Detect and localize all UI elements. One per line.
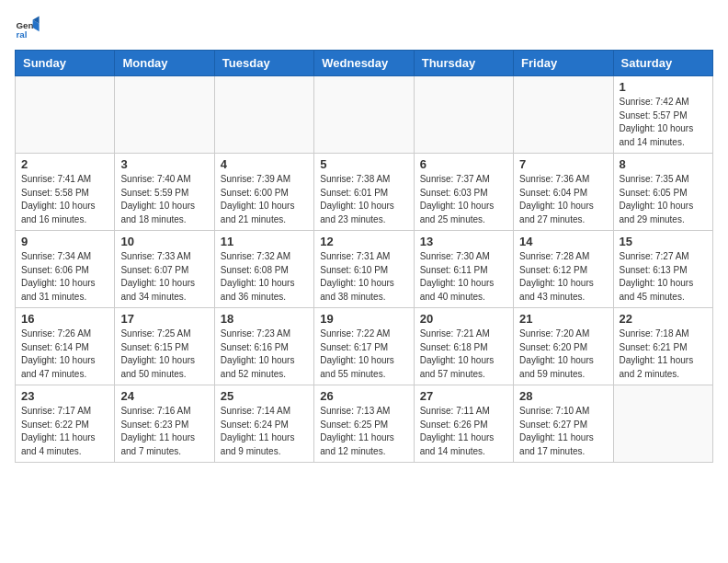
day-number: 4 — [221, 157, 308, 171]
calendar-cell: 7Sunrise: 7:36 AM Sunset: 6:04 PM Daylig… — [514, 154, 613, 231]
day-info: Sunrise: 7:10 AM Sunset: 6:27 PM Dayligh… — [519, 405, 607, 458]
page-header: Gene ral — [15, 15, 713, 40]
calendar-header-monday: Monday — [115, 51, 214, 76]
day-info: Sunrise: 7:27 AM Sunset: 6:13 PM Dayligh… — [620, 250, 707, 304]
day-number: 5 — [320, 157, 407, 171]
day-info: Sunrise: 7:42 AM Sunset: 5:57 PM Dayligh… — [620, 96, 707, 149]
day-number: 26 — [320, 389, 407, 403]
day-number: 11 — [221, 235, 308, 248]
day-info: Sunrise: 7:28 AM Sunset: 6:12 PM Dayligh… — [519, 250, 607, 304]
calendar-header-sunday: Sunday — [16, 51, 115, 76]
svg-text:ral: ral — [16, 29, 27, 40]
day-info: Sunrise: 7:22 AM Sunset: 6:17 PM Dayligh… — [320, 327, 407, 381]
day-info: Sunrise: 7:34 AM Sunset: 6:06 PM Dayligh… — [21, 250, 108, 304]
calendar-header-wednesday: Wednesday — [314, 51, 414, 76]
calendar-cell: 14Sunrise: 7:28 AM Sunset: 6:12 PM Dayli… — [514, 231, 613, 308]
calendar-cell — [514, 76, 613, 154]
calendar-header-friday: Friday — [514, 51, 613, 76]
calendar-header-saturday: Saturday — [613, 51, 712, 76]
day-number: 6 — [420, 157, 507, 171]
day-info: Sunrise: 7:37 AM Sunset: 6:03 PM Dayligh… — [420, 173, 507, 226]
calendar-cell: 16Sunrise: 7:26 AM Sunset: 6:14 PM Dayli… — [16, 308, 115, 385]
day-info: Sunrise: 7:21 AM Sunset: 6:18 PM Dayligh… — [420, 327, 507, 381]
calendar-week-row: 2Sunrise: 7:41 AM Sunset: 5:58 PM Daylig… — [16, 154, 713, 231]
calendar-cell: 17Sunrise: 7:25 AM Sunset: 6:15 PM Dayli… — [115, 308, 214, 385]
day-info: Sunrise: 7:40 AM Sunset: 5:59 PM Dayligh… — [120, 173, 208, 226]
day-info: Sunrise: 7:17 AM Sunset: 6:22 PM Dayligh… — [21, 405, 108, 458]
day-number: 19 — [320, 312, 407, 326]
calendar-cell: 26Sunrise: 7:13 AM Sunset: 6:25 PM Dayli… — [314, 385, 414, 463]
day-info: Sunrise: 7:20 AM Sunset: 6:20 PM Dayligh… — [519, 327, 607, 381]
calendar-cell — [414, 76, 513, 154]
day-info: Sunrise: 7:26 AM Sunset: 6:14 PM Dayligh… — [21, 327, 108, 381]
calendar-cell: 2Sunrise: 7:41 AM Sunset: 5:58 PM Daylig… — [16, 154, 115, 231]
day-number: 1 — [620, 80, 707, 94]
day-info: Sunrise: 7:25 AM Sunset: 6:15 PM Dayligh… — [120, 327, 208, 381]
day-info: Sunrise: 7:23 AM Sunset: 6:16 PM Dayligh… — [221, 327, 308, 381]
calendar-cell: 3Sunrise: 7:40 AM Sunset: 5:59 PM Daylig… — [115, 154, 214, 231]
calendar-cell: 19Sunrise: 7:22 AM Sunset: 6:17 PM Dayli… — [314, 308, 414, 385]
calendar-cell: 24Sunrise: 7:16 AM Sunset: 6:23 PM Dayli… — [115, 385, 214, 463]
calendar-cell: 15Sunrise: 7:27 AM Sunset: 6:13 PM Dayli… — [613, 231, 712, 308]
day-info: Sunrise: 7:14 AM Sunset: 6:24 PM Dayligh… — [221, 405, 308, 458]
day-info: Sunrise: 7:31 AM Sunset: 6:10 PM Dayligh… — [320, 250, 407, 304]
calendar-cell: 23Sunrise: 7:17 AM Sunset: 6:22 PM Dayli… — [16, 385, 115, 463]
calendar-cell: 12Sunrise: 7:31 AM Sunset: 6:10 PM Dayli… — [314, 231, 414, 308]
day-number: 27 — [420, 389, 507, 403]
day-info: Sunrise: 7:33 AM Sunset: 6:07 PM Dayligh… — [120, 250, 208, 304]
calendar-cell — [613, 385, 712, 463]
day-info: Sunrise: 7:39 AM Sunset: 6:00 PM Dayligh… — [221, 173, 308, 226]
day-number: 8 — [620, 157, 707, 171]
calendar-cell — [115, 76, 214, 154]
day-info: Sunrise: 7:13 AM Sunset: 6:25 PM Dayligh… — [320, 405, 407, 458]
day-info: Sunrise: 7:16 AM Sunset: 6:23 PM Dayligh… — [120, 405, 208, 458]
day-info: Sunrise: 7:38 AM Sunset: 6:01 PM Dayligh… — [320, 173, 407, 226]
calendar-week-row: 9Sunrise: 7:34 AM Sunset: 6:06 PM Daylig… — [16, 231, 713, 308]
day-number: 21 — [519, 312, 607, 326]
day-number: 23 — [21, 389, 108, 403]
day-number: 17 — [120, 312, 208, 326]
calendar-week-row: 23Sunrise: 7:17 AM Sunset: 6:22 PM Dayli… — [16, 385, 713, 463]
logo: Gene ral — [15, 15, 44, 40]
day-info: Sunrise: 7:41 AM Sunset: 5:58 PM Dayligh… — [21, 173, 108, 226]
day-number: 16 — [21, 312, 108, 326]
day-number: 7 — [519, 157, 607, 171]
calendar-cell: 11Sunrise: 7:32 AM Sunset: 6:08 PM Dayli… — [214, 231, 313, 308]
day-number: 9 — [21, 235, 108, 248]
calendar-header-row: SundayMondayTuesdayWednesdayThursdayFrid… — [16, 51, 713, 76]
day-info: Sunrise: 7:30 AM Sunset: 6:11 PM Dayligh… — [420, 250, 507, 304]
day-number: 3 — [120, 157, 208, 171]
day-number: 15 — [620, 235, 707, 248]
calendar-cell: 18Sunrise: 7:23 AM Sunset: 6:16 PM Dayli… — [214, 308, 313, 385]
calendar-cell: 13Sunrise: 7:30 AM Sunset: 6:11 PM Dayli… — [414, 231, 513, 308]
day-number: 10 — [120, 235, 208, 248]
calendar-cell: 27Sunrise: 7:11 AM Sunset: 6:26 PM Dayli… — [414, 385, 513, 463]
day-info: Sunrise: 7:32 AM Sunset: 6:08 PM Dayligh… — [221, 250, 308, 304]
logo-icon: Gene ral — [15, 15, 40, 40]
calendar-cell: 10Sunrise: 7:33 AM Sunset: 6:07 PM Dayli… — [115, 231, 214, 308]
calendar-cell: 9Sunrise: 7:34 AM Sunset: 6:06 PM Daylig… — [16, 231, 115, 308]
calendar-cell: 5Sunrise: 7:38 AM Sunset: 6:01 PM Daylig… — [314, 154, 414, 231]
day-number: 13 — [420, 235, 507, 248]
day-number: 12 — [320, 235, 407, 248]
day-number: 20 — [420, 312, 507, 326]
day-number: 14 — [519, 235, 607, 248]
day-info: Sunrise: 7:18 AM Sunset: 6:21 PM Dayligh… — [620, 327, 707, 381]
day-info: Sunrise: 7:35 AM Sunset: 6:05 PM Dayligh… — [620, 173, 707, 226]
day-info: Sunrise: 7:36 AM Sunset: 6:04 PM Dayligh… — [519, 173, 607, 226]
calendar-cell: 8Sunrise: 7:35 AM Sunset: 6:05 PM Daylig… — [613, 154, 712, 231]
calendar-cell: 20Sunrise: 7:21 AM Sunset: 6:18 PM Dayli… — [414, 308, 513, 385]
day-info: Sunrise: 7:11 AM Sunset: 6:26 PM Dayligh… — [420, 405, 507, 458]
calendar-cell: 28Sunrise: 7:10 AM Sunset: 6:27 PM Dayli… — [514, 385, 613, 463]
calendar-cell: 6Sunrise: 7:37 AM Sunset: 6:03 PM Daylig… — [414, 154, 513, 231]
day-number: 28 — [519, 389, 607, 403]
calendar-cell — [314, 76, 414, 154]
day-number: 2 — [21, 157, 108, 171]
calendar-cell: 4Sunrise: 7:39 AM Sunset: 6:00 PM Daylig… — [214, 154, 313, 231]
calendar-cell — [214, 76, 313, 154]
calendar-header-thursday: Thursday — [414, 51, 513, 76]
calendar-table: SundayMondayTuesdayWednesdayThursdayFrid… — [15, 50, 713, 463]
calendar-cell: 22Sunrise: 7:18 AM Sunset: 6:21 PM Dayli… — [613, 308, 712, 385]
day-number: 24 — [120, 389, 208, 403]
calendar-cell — [16, 76, 115, 154]
